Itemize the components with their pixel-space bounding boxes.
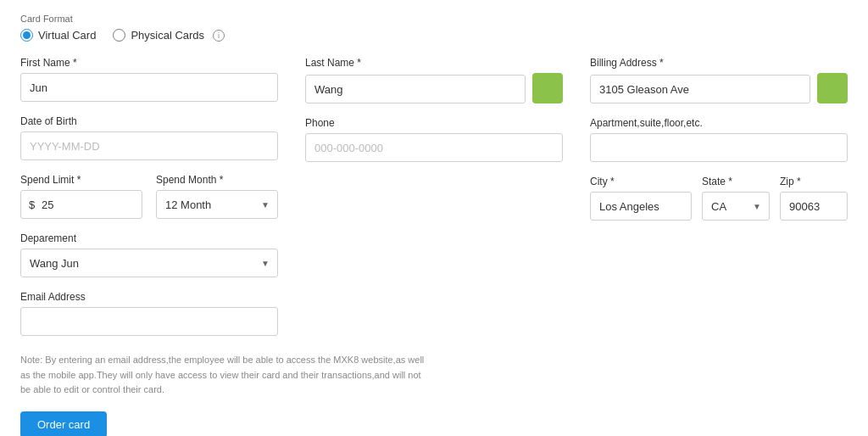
department-select-wrapper: Wang Jun ▼ xyxy=(20,249,278,277)
spend-month-select[interactable]: 1 Month 3 Month 6 Month 12 Month xyxy=(156,190,278,219)
apartment-label: Apartment,suite,floor,etc. xyxy=(590,117,848,129)
spend-month-label: Spend Month * xyxy=(156,174,278,186)
email-label: Email Address xyxy=(20,291,278,303)
city-group: City * xyxy=(590,176,692,221)
phone-input[interactable] xyxy=(305,133,563,162)
last-name-input[interactable] xyxy=(305,75,526,103)
department-select[interactable]: Wang Jun xyxy=(20,249,278,277)
last-name-label: Last Name * xyxy=(305,57,563,69)
email-input[interactable] xyxy=(20,307,278,336)
city-label: City * xyxy=(590,176,692,187)
currency-symbol: $ xyxy=(29,198,35,211)
info-icon[interactable]: i xyxy=(213,30,225,42)
note-section: Note: By entering an email address,the e… xyxy=(20,353,427,436)
spend-limit-group: Spend Limit * $ xyxy=(20,174,142,219)
first-name-group: First Name * xyxy=(20,57,278,102)
spend-month-select-wrapper: 1 Month 3 Month 6 Month 12 Month ▼ xyxy=(156,190,278,219)
first-name-input[interactable] xyxy=(20,73,278,102)
zip-input[interactable] xyxy=(780,192,848,221)
billing-avatar xyxy=(817,73,848,103)
city-input[interactable] xyxy=(590,192,692,221)
dob-group: Date of Birth xyxy=(20,115,278,160)
mid-column: Last Name * Phone xyxy=(305,57,563,349)
card-format-radio-group: Virtual Card Physical Cards i xyxy=(20,29,848,42)
department-group: Deparement Wang Jun ▼ xyxy=(20,232,278,277)
billing-address-input[interactable] xyxy=(590,75,810,103)
dob-label: Date of Birth xyxy=(20,115,278,127)
last-name-group: Last Name * xyxy=(305,57,563,103)
first-name-label: First Name * xyxy=(20,57,278,69)
virtual-card-option[interactable]: Virtual Card xyxy=(20,29,96,42)
billing-address-label: Billing Address * xyxy=(590,57,848,69)
spend-limit-label: Spend Limit * xyxy=(20,174,142,186)
right-column: Billing Address * Apartment,suite,floor,… xyxy=(590,57,848,349)
state-label: State * xyxy=(702,176,770,187)
main-form: First Name * Date of Birth Spend Limit *… xyxy=(20,57,848,349)
phone-group: Phone xyxy=(305,117,563,162)
spend-limit-month-group: Spend Limit * $ Spend Month * 1 Month 3 … xyxy=(20,174,278,219)
left-column: First Name * Date of Birth Spend Limit *… xyxy=(20,57,278,349)
apartment-group: Apartment,suite,floor,etc. xyxy=(590,117,848,162)
city-state-zip-group: City * State * CA NY TX FL ▼ xyxy=(590,176,848,221)
state-select-wrapper: CA NY TX FL ▼ xyxy=(702,192,770,221)
state-select[interactable]: CA NY TX FL xyxy=(702,192,770,221)
virtual-card-radio[interactable] xyxy=(20,29,33,42)
phone-label: Phone xyxy=(305,117,563,129)
avatar xyxy=(532,73,563,103)
card-format-section: Card Format Virtual Card Physical Cards … xyxy=(20,14,848,42)
note-text: Note: By entering an email address,the e… xyxy=(20,353,427,398)
zip-group: Zip * xyxy=(780,176,848,221)
department-label: Deparement xyxy=(20,232,278,244)
billing-address-group: Billing Address * xyxy=(590,57,848,103)
virtual-card-label: Virtual Card xyxy=(38,29,96,42)
spend-input-wrapper: $ xyxy=(20,190,142,219)
zip-label: Zip * xyxy=(780,176,848,187)
state-group: State * CA NY TX FL ▼ xyxy=(702,176,770,221)
order-card-button[interactable]: Order card xyxy=(20,411,107,436)
card-format-title: Card Format xyxy=(20,14,848,24)
apartment-input[interactable] xyxy=(590,133,848,162)
last-name-avatar-wrapper xyxy=(305,73,563,103)
dob-input[interactable] xyxy=(20,131,278,160)
city-state-zip-row: City * State * CA NY TX FL ▼ xyxy=(590,176,848,221)
physical-card-label: Physical Cards xyxy=(131,29,204,42)
spend-limit-input[interactable] xyxy=(20,190,142,219)
billing-address-avatar-wrapper xyxy=(590,73,848,103)
physical-card-radio[interactable] xyxy=(113,29,125,42)
spend-month-group: Spend Month * 1 Month 3 Month 6 Month 12… xyxy=(156,174,278,219)
physical-card-option[interactable]: Physical Cards i xyxy=(113,29,225,42)
email-group: Email Address xyxy=(20,291,278,336)
